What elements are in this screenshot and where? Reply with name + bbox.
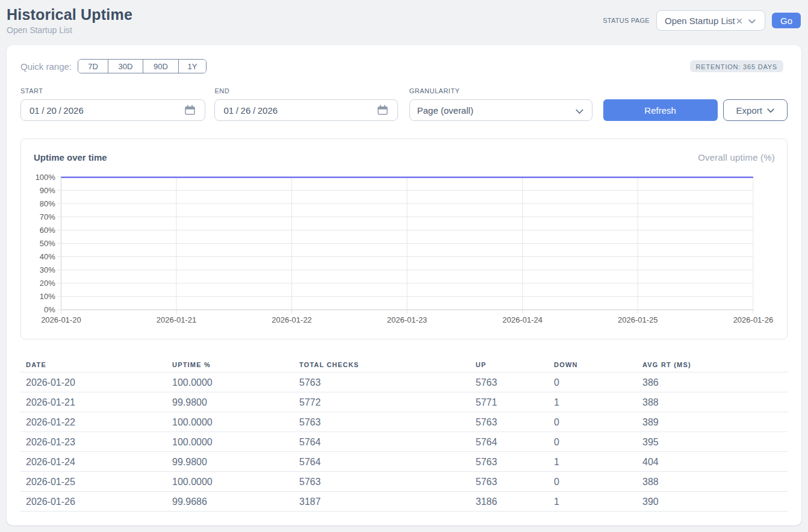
svg-text:60%: 60% bbox=[40, 226, 55, 235]
svg-text:40%: 40% bbox=[40, 252, 55, 261]
svg-text:2026-01-26: 2026-01-26 bbox=[733, 315, 774, 324]
svg-text:2026-01-23: 2026-01-23 bbox=[387, 315, 427, 324]
svg-text:20%: 20% bbox=[40, 279, 55, 288]
svg-text:90%: 90% bbox=[40, 186, 55, 195]
svg-text:10%: 10% bbox=[40, 292, 55, 301]
svg-text:2026-01-22: 2026-01-22 bbox=[272, 315, 312, 324]
svg-text:80%: 80% bbox=[40, 199, 55, 208]
svg-text:50%: 50% bbox=[40, 239, 55, 248]
svg-text:0%: 0% bbox=[44, 305, 55, 314]
svg-text:70%: 70% bbox=[40, 212, 55, 221]
svg-text:100%: 100% bbox=[36, 173, 56, 182]
svg-text:2026-01-20: 2026-01-20 bbox=[41, 315, 81, 324]
svg-text:2026-01-25: 2026-01-25 bbox=[618, 315, 658, 324]
svg-text:2026-01-21: 2026-01-21 bbox=[157, 315, 197, 324]
svg-text:30%: 30% bbox=[40, 265, 55, 274]
svg-text:2026-01-24: 2026-01-24 bbox=[502, 315, 542, 324]
